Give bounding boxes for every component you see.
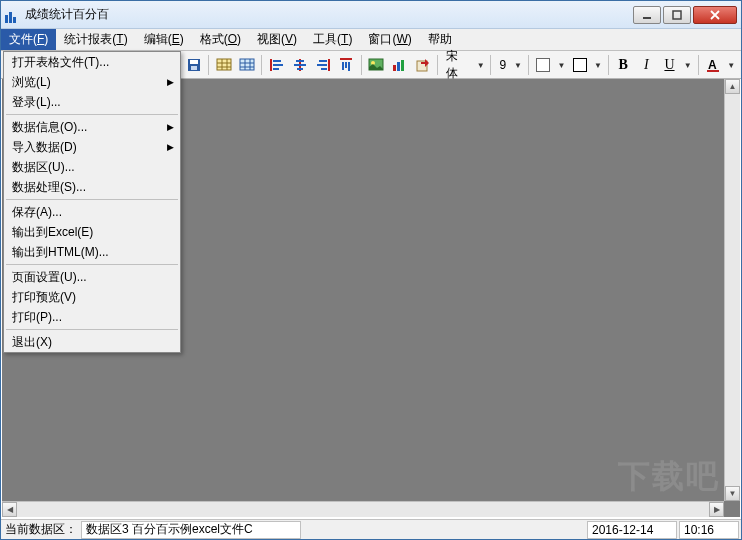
menu-export-excel[interactable]: 输出到Excel(E) (4, 222, 180, 242)
menu-format[interactable]: 格式(O) (192, 29, 249, 50)
fill-color-icon[interactable] (533, 54, 554, 76)
font-size-dropdown[interactable]: ▼ (512, 61, 523, 70)
menu-data-region[interactable]: 数据区(U)... (4, 157, 180, 177)
menu-edit[interactable]: 编辑(E) (136, 29, 192, 50)
submenu-arrow-icon: ▶ (167, 77, 174, 87)
menu-browse[interactable]: 浏览(L)▶ (4, 72, 180, 92)
font-size-label[interactable]: 9 (495, 58, 510, 72)
menu-open-file[interactable]: 打开表格文件(T)... (4, 52, 180, 72)
status-region-value: 数据区3 百分百示例excel文件C (81, 521, 301, 539)
font-name-label[interactable]: 宋体 (442, 48, 473, 82)
border-icon[interactable] (569, 54, 590, 76)
font-color-dropdown[interactable]: ▼ (726, 61, 737, 70)
window-buttons (633, 6, 737, 24)
border-dropdown[interactable]: ▼ (592, 61, 603, 70)
underline-dropdown[interactable]: ▼ (682, 61, 693, 70)
chart-icon[interactable] (389, 54, 410, 76)
horizontal-scrollbar[interactable]: ◀ ▶ (2, 501, 724, 517)
menu-tools[interactable]: 工具(T) (305, 29, 360, 50)
status-date: 2016-12-14 (587, 521, 677, 539)
scroll-right-icon[interactable]: ▶ (709, 502, 724, 517)
table1-icon[interactable] (213, 54, 234, 76)
bold-button[interactable]: B (613, 54, 634, 76)
svg-rect-11 (401, 60, 404, 71)
menu-page-setup[interactable]: 页面设置(U)... (4, 267, 180, 287)
close-button[interactable] (693, 6, 737, 24)
menu-file[interactable]: 文件(F) (1, 29, 56, 50)
svg-rect-6 (240, 59, 254, 70)
svg-rect-3 (190, 60, 198, 64)
titlebar[interactable]: 成绩统计百分百 (1, 1, 741, 29)
align-right-icon[interactable] (313, 54, 334, 76)
svg-rect-14 (707, 70, 719, 72)
menu-print[interactable]: 打印(P)... (4, 307, 180, 327)
align-left-icon[interactable] (266, 54, 287, 76)
menu-data-process[interactable]: 数据处理(S)... (4, 177, 180, 197)
svg-rect-1 (673, 11, 681, 19)
svg-rect-10 (397, 62, 400, 71)
menubar: 文件(F) 统计报表(T) 编辑(E) 格式(O) 视图(V) 工具(T) 窗口… (1, 29, 741, 51)
menu-separator (6, 329, 178, 330)
font-color-icon[interactable]: A (702, 54, 723, 76)
menu-help[interactable]: 帮助 (420, 29, 460, 50)
menu-separator (6, 199, 178, 200)
scroll-left-icon[interactable]: ◀ (2, 502, 17, 517)
align-center-icon[interactable] (289, 54, 310, 76)
svg-rect-0 (643, 17, 651, 19)
svg-rect-5 (217, 59, 231, 70)
font-name-dropdown[interactable]: ▼ (475, 61, 486, 70)
menu-separator (6, 114, 178, 115)
menu-save[interactable]: 保存(A)... (4, 202, 180, 222)
menu-print-preview[interactable]: 打印预览(V) (4, 287, 180, 307)
menu-report[interactable]: 统计报表(T) (56, 29, 135, 50)
watermark-text: 下载吧 (618, 455, 720, 499)
submenu-arrow-icon: ▶ (167, 122, 174, 132)
app-window: 成绩统计百分百 文件(F) 统计报表(T) 编辑(E) 格式(O) 视图(V) … (0, 0, 742, 540)
minimize-button[interactable] (633, 6, 661, 24)
export-icon[interactable] (412, 54, 433, 76)
statusbar: 当前数据区： 数据区3 百分百示例excel文件C 2016-12-14 10:… (1, 519, 741, 539)
status-time: 10:16 (679, 521, 739, 539)
file-dropdown-menu: 打开表格文件(T)... 浏览(L)▶ 登录(L)... 数据信息(O)...▶… (3, 51, 181, 353)
status-region-label: 当前数据区： (1, 521, 81, 538)
italic-button[interactable]: I (636, 54, 657, 76)
align-top-icon[interactable] (336, 54, 357, 76)
menu-data-info[interactable]: 数据信息(O)...▶ (4, 117, 180, 137)
maximize-button[interactable] (663, 6, 691, 24)
save-icon[interactable] (183, 54, 204, 76)
svg-rect-9 (393, 65, 396, 71)
svg-rect-4 (191, 66, 197, 70)
app-icon (5, 7, 21, 23)
menu-window[interactable]: 窗口(W) (360, 29, 419, 50)
scroll-up-icon[interactable]: ▲ (725, 79, 740, 94)
image-icon[interactable] (366, 54, 387, 76)
fill-color-dropdown[interactable]: ▼ (556, 61, 567, 70)
menu-separator (6, 264, 178, 265)
menu-exit[interactable]: 退出(X) (4, 332, 180, 352)
menu-view[interactable]: 视图(V) (249, 29, 305, 50)
window-title: 成绩统计百分百 (25, 6, 633, 23)
vertical-scrollbar[interactable]: ▲ ▼ (724, 79, 740, 501)
menu-login[interactable]: 登录(L)... (4, 92, 180, 112)
menu-import-data[interactable]: 导入数据(D)▶ (4, 137, 180, 157)
underline-button[interactable]: U (659, 54, 680, 76)
submenu-arrow-icon: ▶ (167, 142, 174, 152)
svg-text:A: A (708, 58, 717, 72)
table2-icon[interactable] (236, 54, 257, 76)
menu-export-html[interactable]: 输出到HTML(M)... (4, 242, 180, 262)
scroll-down-icon[interactable]: ▼ (725, 486, 740, 501)
